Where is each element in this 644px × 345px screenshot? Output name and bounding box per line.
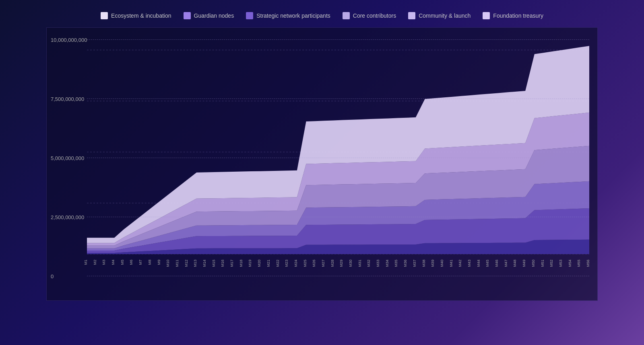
svg-text:M48: M48 [512, 260, 517, 267]
gridline-0: 0 [87, 276, 589, 276]
svg-text:M2: M2 [92, 260, 97, 265]
svg-text:M1: M1 [83, 260, 88, 265]
svg-text:M3: M3 [101, 260, 106, 265]
legend-label-ecosystem: Ecosystem & incubation [111, 12, 171, 19]
legend-swatch-community [408, 12, 415, 19]
legend-label-guardian: Guardian nodes [194, 12, 234, 19]
legend-item-community: Community & launch [408, 12, 471, 19]
svg-text:M30: M30 [348, 260, 353, 267]
legend-swatch-foundation [483, 12, 490, 19]
legend-label-strategic: Strategic network participants [256, 12, 330, 19]
legend-swatch-guardian [184, 12, 191, 19]
svg-text:M38: M38 [421, 260, 425, 267]
svg-text:M5: M5 [120, 260, 124, 265]
svg-text:M47: M47 [503, 260, 508, 267]
y-label-0: 0 [51, 273, 54, 279]
svg-text:M12: M12 [184, 260, 188, 267]
svg-text:M39: M39 [430, 260, 435, 267]
svg-text:M28: M28 [330, 260, 334, 267]
gridline-25: 2,500,000,000 [87, 217, 589, 217]
y-label-50: 5,000,000,000 [51, 155, 84, 161]
svg-text:M32: M32 [366, 260, 371, 267]
svg-text:M11: M11 [175, 260, 179, 267]
legend-item-core: Core contributors [343, 12, 396, 19]
svg-text:M33: M33 [376, 260, 380, 267]
legend-item-ecosystem: Ecosystem & incubation [101, 12, 171, 19]
svg-text:M44: M44 [476, 259, 480, 267]
chart-legend: Ecosystem & incubation Guardian nodes St… [101, 12, 543, 19]
chart-container: 0 2,500,000,000 5,000,000,000 7,500,000,… [46, 27, 598, 301]
svg-text:M27: M27 [321, 260, 325, 267]
gridline-75: 7,500,000,000 [87, 99, 589, 99]
svg-text:M54: M54 [567, 259, 572, 267]
svg-text:M55: M55 [576, 260, 581, 267]
svg-text:M26: M26 [312, 260, 316, 267]
legend-item-strategic: Strategic network participants [246, 12, 330, 19]
legend-item-foundation: Foundation treasury [483, 12, 543, 19]
y-label-25: 2,500,000,000 [51, 214, 84, 220]
svg-text:M17: M17 [229, 260, 234, 267]
legend-label-foundation: Foundation treasury [493, 12, 543, 19]
svg-text:M10: M10 [165, 260, 170, 267]
svg-text:M22: M22 [275, 260, 279, 267]
legend-label-core: Core contributors [353, 12, 396, 19]
gridline-100: 10,000,000,000 [87, 39, 589, 40]
legend-swatch-core [343, 12, 350, 19]
svg-text:M51: M51 [540, 260, 544, 267]
chart-area: 0 2,500,000,000 5,000,000,000 7,500,000,… [87, 40, 589, 276]
legend-item-guardian: Guardian nodes [184, 12, 234, 19]
svg-text:M50: M50 [530, 260, 535, 267]
svg-text:M24: M24 [293, 259, 298, 267]
svg-text:M43: M43 [467, 260, 471, 267]
svg-text:M53: M53 [558, 260, 563, 267]
legend-swatch-strategic [246, 12, 253, 19]
svg-text:M49: M49 [522, 260, 526, 267]
svg-text:M29: M29 [339, 260, 343, 267]
svg-text:M8: M8 [147, 260, 151, 265]
y-label-75: 7,500,000,000 [51, 96, 84, 102]
chart-svg: M1M2M3M4M5M6M7M8M9M10M11M12M13M14M15M16M… [87, 40, 589, 276]
svg-text:M35: M35 [394, 260, 398, 267]
svg-text:M52: M52 [549, 260, 553, 267]
svg-text:M41: M41 [448, 260, 453, 267]
svg-text:M15: M15 [211, 260, 215, 267]
svg-text:M56: M56 [586, 260, 590, 267]
svg-text:M21: M21 [266, 260, 270, 267]
svg-text:M40: M40 [440, 260, 444, 267]
svg-text:M46: M46 [494, 260, 499, 267]
svg-text:M19: M19 [248, 260, 252, 267]
legend-swatch-ecosystem [101, 12, 108, 19]
svg-text:M7: M7 [138, 260, 142, 265]
svg-text:M42: M42 [458, 260, 462, 267]
svg-text:M6: M6 [129, 260, 133, 265]
svg-text:M9: M9 [156, 260, 161, 265]
svg-text:M4: M4 [111, 259, 115, 265]
svg-text:M13: M13 [193, 260, 197, 267]
svg-text:M14: M14 [202, 259, 206, 267]
svg-text:M31: M31 [357, 260, 361, 267]
svg-text:M18: M18 [238, 260, 243, 267]
svg-text:M16: M16 [220, 260, 225, 267]
gridline-50: 5,000,000,000 [87, 158, 589, 158]
y-label-100: 10,000,000,000 [51, 37, 87, 43]
svg-text:M36: M36 [403, 260, 407, 267]
svg-text:M20: M20 [257, 260, 261, 267]
svg-text:M25: M25 [302, 260, 307, 267]
svg-text:M34: M34 [384, 259, 389, 267]
svg-text:M37: M37 [412, 260, 417, 267]
legend-label-community: Community & launch [419, 12, 471, 19]
svg-text:M23: M23 [284, 260, 289, 267]
svg-text:M45: M45 [485, 260, 489, 267]
